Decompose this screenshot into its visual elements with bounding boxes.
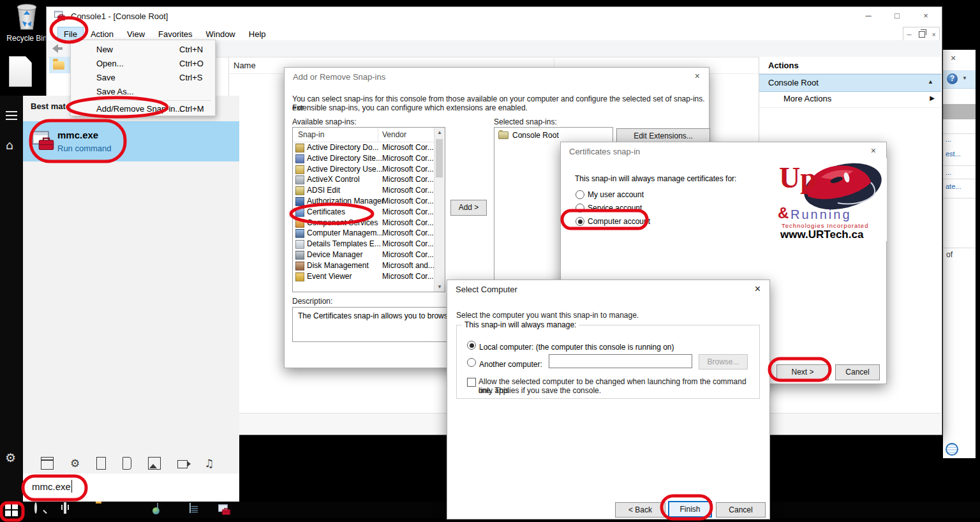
documents-icon[interactable] xyxy=(96,457,106,470)
menu-item-shortcut: Ctrl+M xyxy=(179,104,204,114)
back-button[interactable]: < Back xyxy=(615,502,665,518)
snapin-row[interactable]: Active Directory Site...Microsoft Cor... xyxy=(293,153,434,164)
server-manager-icon[interactable] xyxy=(157,503,158,512)
checkbox-icon[interactable] xyxy=(467,378,476,387)
radio-selected-icon[interactable] xyxy=(575,217,584,226)
menu-item-shortcut: Ctrl+S xyxy=(179,73,202,82)
ad-users-icon xyxy=(295,165,304,174)
menu-file[interactable]: File xyxy=(58,27,83,41)
snapin-vendor: Microsoft Cor... xyxy=(382,143,434,152)
settings-gear-icon[interactable]: ⚙ xyxy=(5,451,16,465)
snapin-row[interactable]: ADSI EditMicrosoft Cor... xyxy=(293,185,434,196)
cancel-button[interactable]: Cancel xyxy=(835,364,880,380)
child-close-icon[interactable]: × xyxy=(932,31,936,38)
search-input[interactable]: mmc.exe xyxy=(32,481,71,492)
notepad-icon[interactable] xyxy=(189,503,191,512)
child-restore-icon[interactable] xyxy=(919,31,925,38)
scrollbar[interactable]: ▲ ▼ xyxy=(434,128,445,292)
expand-right-icon: ▶ xyxy=(930,94,935,101)
snapin-row[interactable]: Active Directory Use...Microsoft Cor... xyxy=(293,164,434,175)
recycle-bin-shortcut[interactable]: Recycle Bin xyxy=(6,1,47,47)
videos-icon[interactable] xyxy=(177,460,188,468)
cancel-button[interactable]: Cancel xyxy=(716,502,766,518)
snapin-vendor: Microsoft Cor... xyxy=(382,207,434,216)
snapin-column-header[interactable]: Snap-in xyxy=(298,130,324,139)
file-menu-item-add-remove-snap-in[interactable]: Add/Remove Snap-in...Ctrl+M xyxy=(71,102,215,116)
tree-selection[interactable] xyxy=(49,57,72,73)
mmc-console-icon[interactable] xyxy=(218,503,231,518)
task-view-icon[interactable] xyxy=(64,503,66,512)
background-link[interactable]: ate... xyxy=(946,183,961,190)
start-button[interactable] xyxy=(5,503,18,516)
available-snapins-list[interactable]: Snap-in Vendor Active Directory Do...Mic… xyxy=(292,127,445,292)
apps-icon[interactable] xyxy=(41,457,54,470)
photos-icon[interactable] xyxy=(148,457,161,470)
title-bar[interactable]: Console1 - [Console Root] ─ □ × xyxy=(47,7,942,25)
search-box[interactable]: mmc.exe xyxy=(23,474,239,502)
snapin-row[interactable]: CertificatesMicrosoft Cor... xyxy=(293,207,434,218)
file-menu-item-save-as[interactable]: Save As... xyxy=(71,85,215,99)
file-menu-item-save[interactable]: SaveCtrl+S xyxy=(71,71,215,85)
more-actions-item[interactable]: More Actions ▶ xyxy=(759,91,941,108)
snapin-name: Active Directory Site... xyxy=(307,154,382,163)
menu-window[interactable]: Window xyxy=(200,27,241,41)
browse-button[interactable]: Browse... xyxy=(699,354,748,369)
scroll-thumb[interactable] xyxy=(436,139,443,177)
menu-action[interactable]: Action xyxy=(85,27,119,41)
child-minimize-icon[interactable]: ─ xyxy=(907,31,912,38)
scroll-up-icon[interactable]: ▲ xyxy=(434,130,445,135)
radio-icon[interactable] xyxy=(575,190,584,199)
snapin-row[interactable]: Computer Managem...Microsoft Cor... xyxy=(293,228,434,239)
actions-group-console-root[interactable]: Console Root ▲ xyxy=(759,74,941,92)
settings-icon[interactable]: ⚙ xyxy=(70,458,80,469)
logo-ampersand: & xyxy=(778,204,789,222)
scroll-down-icon[interactable]: ▼ xyxy=(434,284,445,290)
snapin-row[interactable]: Details Templates E...Microsoft Cor... xyxy=(293,239,434,250)
collapse-icon[interactable]: ▲ xyxy=(928,78,933,85)
snapin-row[interactable]: ActiveX ControlMicrosoft Cor... xyxy=(293,174,434,185)
snapin-row[interactable]: Device ManagerMicrosoft Cor... xyxy=(293,250,434,260)
file-menu-item-new[interactable]: NewCtrl+N xyxy=(71,43,215,57)
snapin-row[interactable]: Component ServicesMicrosoft Cor... xyxy=(293,218,434,228)
maximize-icon[interactable]: □ xyxy=(887,10,907,22)
document-shortcut-icon[interactable] xyxy=(9,56,32,87)
list-column-header[interactable]: Name xyxy=(234,61,256,70)
selected-console-root-item[interactable]: Console Root xyxy=(498,131,559,140)
snapin-row[interactable]: Event ViewerMicrosoft Cor... xyxy=(293,271,434,282)
close-icon[interactable]: × xyxy=(916,10,935,22)
help-icon[interactable]: ? xyxy=(947,73,958,84)
add-button[interactable]: Add > xyxy=(450,200,487,216)
snapin-row[interactable]: Authorization ManagerMicrosoft Cor... xyxy=(293,196,434,207)
vendor-column-header[interactable]: Vendor xyxy=(382,130,406,139)
radio-icon[interactable] xyxy=(467,358,476,367)
radio-icon[interactable] xyxy=(575,204,584,213)
menu-help[interactable]: Help xyxy=(243,27,272,41)
mmc-icon xyxy=(32,130,55,154)
result-title: mmc.exe xyxy=(57,130,98,140)
snapin-row[interactable]: Active Directory Do...Microsoft Cor... xyxy=(293,142,434,153)
next-button[interactable]: Next > xyxy=(776,364,829,380)
book-icon[interactable] xyxy=(122,457,131,470)
search-result-mmc[interactable]: mmc.exe Run command xyxy=(23,121,239,161)
close-icon[interactable]: × xyxy=(695,71,700,81)
close-icon[interactable]: × xyxy=(755,283,761,295)
another-computer-input[interactable] xyxy=(549,354,692,368)
file-menu-item-open[interactable]: Open...Ctrl+O xyxy=(71,57,215,71)
finish-button[interactable]: Finish xyxy=(668,501,712,518)
snapin-row[interactable]: Disk ManagementMicrosoft and... xyxy=(293,260,434,271)
close-icon[interactable]: × xyxy=(951,53,956,63)
back-arrow-icon[interactable] xyxy=(52,44,58,53)
menu-view[interactable]: View xyxy=(121,27,151,41)
home-icon[interactable]: ⌂ xyxy=(6,138,13,152)
minimize-icon[interactable]: ─ xyxy=(859,10,878,22)
background-link[interactable]: ... xyxy=(946,168,951,176)
chevron-down-icon[interactable]: ▼ xyxy=(962,75,967,81)
background-link[interactable]: ... xyxy=(946,135,951,143)
search-icon[interactable] xyxy=(34,503,37,512)
close-icon[interactable]: × xyxy=(871,145,876,156)
hamburger-icon[interactable] xyxy=(6,111,17,120)
background-link[interactable]: est... xyxy=(946,150,961,158)
menu-favorites[interactable]: Favorites xyxy=(152,27,198,41)
music-icon[interactable]: ♫ xyxy=(204,458,214,469)
radio-selected-icon[interactable] xyxy=(467,341,476,350)
